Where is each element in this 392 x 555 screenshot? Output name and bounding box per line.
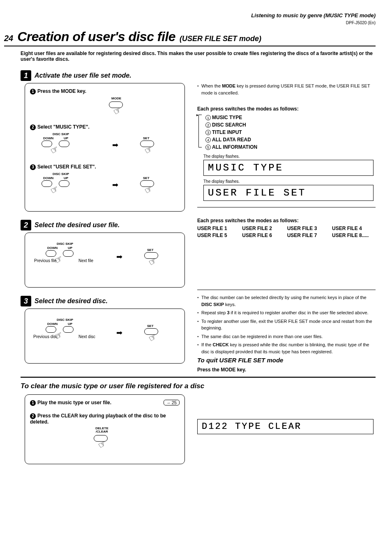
mode-item: 1MUSIC TYPE [205,114,376,121]
prev-disc-label: Previous disc [33,334,58,339]
mode-item: 4ALL DATA READ [205,136,376,143]
arrow-icon: ➡ [112,180,118,189]
prev-file-label: Previous file [34,258,56,263]
clear-button-diagram: DELETE /CLEAR ☞ [38,427,180,451]
section-header: Listening to music by genre (MUSIC TYPE … [8,12,376,18]
user-file-item: USER FILE 6 [242,233,279,238]
divider [197,290,376,290]
clear-section-title: To clear the music type or user file reg… [21,382,376,390]
step3-note-item: If the CHECK key is pressed while the di… [197,341,376,355]
up-button-icon [59,180,69,187]
step3-box: DISC SKIP DOWN UP ☞ Previous disc Next d… [25,309,185,364]
step1-header: 1 Activate the user file set mode. [21,70,185,81]
step3-number: 3 [21,296,31,306]
step1-sub3: 3Select "USER FILE SET". [30,164,180,170]
mode-label: MODE [111,97,121,100]
display-music-type: MUSIC TYPE [203,160,374,176]
user-file-item: USER FILE 4 [332,226,376,231]
display-caption-1: The display flashes. [203,154,376,159]
up-label: UP [68,246,72,250]
page-ref: 25 [164,400,180,405]
clear-box: 1Play the music type or user file. 25 2P… [25,394,185,464]
user-file-grid: USER FILE 1 USER FILE 2 USER FILE 3 USER… [197,226,376,238]
clear-sub1-text: Play the music type or user file. [37,400,111,405]
down-label: DOWN [47,246,58,250]
sub1-text: Press the MODE key. [37,88,86,94]
mode-button-diagram: MODE ☞ [38,97,180,119]
step2-diagram: DISC SKIP DOWN UP ☞ Previous file Next f… [38,242,180,275]
cycle-bracket-icon [198,115,202,147]
disc-skip-label: DISC SKIP [57,242,73,246]
clear-sub1: 1Play the music type or user file. 25 [30,400,180,406]
clear-right: D122 TYPE CLEAR [197,394,376,472]
down-label: DOWN [47,322,58,326]
divider [197,207,376,207]
section-divider [21,377,376,378]
clear-sub2: 2Press the CLEAR key during playback of … [30,413,180,425]
user-file-item: USER FILE 2 [242,226,279,231]
left-column: 1 Activate the user file set mode. 1Pres… [21,70,185,373]
set-label: SET [147,324,154,328]
step2-header: 2 Select the desired user file. [21,220,185,230]
mode-list: 1MUSIC TYPE 2DISC SEARCH 3TITLE INPUT 4A… [205,114,376,151]
next-file-label: Next file [78,258,93,263]
user-file-item: USER FILE 5 [197,233,234,238]
mode-item: 5ALL INFORMATION [205,143,376,151]
up-button-icon [59,140,69,147]
step2-title: Select the desired user file. [35,221,120,229]
sub3-text: Select "USER FILE SET". [37,164,96,170]
arrow-icon: ➡ [112,140,118,150]
page-title-row: 24 Creation of user's disc file (USER FI… [4,29,376,46]
disc-skip-diagram-2: DISC SKIP DOWN UP ☞ ➡ SET ☞ [38,172,180,199]
mode-item: 3TITLE INPUT [205,129,376,136]
up-label: UP [68,322,72,326]
disc-skip-diagram-1: DISC SKIP DOWN UP ☞ ➡ SET ☞ [38,132,180,159]
page-subtitle: (USER FILE SET mode) [180,35,261,43]
step3-title: Select the desired disc. [35,297,108,305]
step2-box: DISC SKIP DOWN UP ☞ Previous file Next f… [25,233,185,288]
step1-sub1: 1Press the MODE key. [30,88,180,94]
mode-item: 2DISC SEARCH [205,121,376,129]
user-file-item: USER FILE 1 [197,226,234,231]
step3-diagram: DISC SKIP DOWN UP ☞ Previous disc Next d… [38,318,180,351]
step2-number: 2 [21,220,31,230]
intro-text: Eight user files are available for regis… [21,51,376,62]
step3-notes: The disc number can be selected directly… [197,294,376,355]
model-label: DPF-J5020 (En) [8,21,376,25]
delete-clear-label: DELETE /CLEAR [92,427,112,433]
step3-note-item: The same disc can be registered in more … [197,333,376,340]
right-column: When the MODE key is pressed during USER… [197,70,376,373]
step1-note-list: When the MODE key is pressed during USER… [197,83,376,96]
user-file-item: USER FILE 3 [287,226,324,231]
next-disc-label: Next disc [78,334,95,339]
disc-skip-label: DISC SKIP [53,132,69,136]
disc-skip-label: DISC SKIP [53,172,69,176]
set-label: SET [143,176,150,180]
step3-note-item: Repeat step 3 if it is required to regis… [197,309,376,316]
step3-note-item: To register another user file, exit the … [197,318,376,332]
mode-cycle-wrap: ▸ 1MUSIC TYPE 2DISC SEARCH 3TITLE INPUT … [197,114,376,151]
page-number: 24 [4,34,13,43]
up-button-icon [63,326,74,333]
arrow-icon: ➡ [116,328,122,337]
each-press-heading: Each press switches the modes as follows… [197,106,376,112]
user-file-item: USER FILE 7 [287,233,324,238]
step1-note1: When the MODE key is pressed during USER… [197,83,376,96]
down-label: DOWN [43,136,53,140]
step1-title: Activate the user file set mode. [35,72,131,79]
step1-box: 1Press the MODE key. MODE ☞ 2Select "MUS… [25,83,185,212]
clear-left: 1Play the music type or user file. 25 2P… [21,394,185,472]
down-label: DOWN [43,176,53,180]
page-title: Creation of user's disc file [17,29,175,44]
up-label: UP [64,176,68,180]
step1-number: 1 [21,70,31,81]
display-caption-2: The display flashes. [203,179,376,184]
sub2-text: Select "MUSIC TYPE". [37,124,90,130]
each-press-heading-2: Each press switches the modes as follows… [197,218,376,223]
cycle-arrow-icon: ▸ [196,113,198,117]
user-file-item: USER FILE 8..... [332,233,376,238]
step3-note-item: The disc number can be selected directly… [197,294,376,308]
display-type-clear: D122 TYPE CLEAR [197,419,374,434]
set-label: SET [143,136,150,140]
quit-title: To quit USER FILE SET mode [197,357,376,364]
